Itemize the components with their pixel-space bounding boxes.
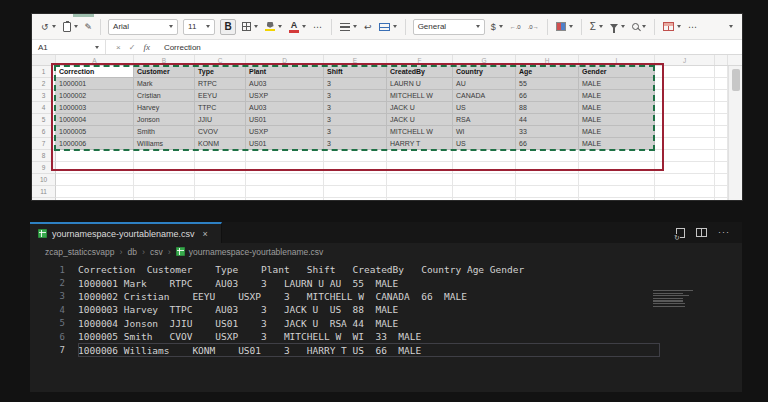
format-as-table-button[interactable]: [662, 18, 682, 36]
row-number[interactable]: 7: [32, 138, 56, 150]
row-number[interactable]: 9: [32, 162, 56, 174]
cell[interactable]: MALE: [579, 138, 655, 150]
font-name-combo[interactable]: Arial: [108, 19, 178, 35]
cell[interactable]: [516, 198, 579, 200]
column-header[interactable]: [715, 55, 728, 65]
cell[interactable]: [655, 78, 715, 90]
column-header[interactable]: H: [516, 55, 579, 65]
cell[interactable]: MITCHELL W: [387, 90, 453, 102]
cell[interactable]: [715, 198, 728, 200]
cell[interactable]: MALE: [579, 102, 655, 114]
cell[interactable]: [655, 102, 715, 114]
cell[interactable]: [715, 102, 728, 114]
cell[interactable]: CVOV: [195, 126, 246, 138]
cell[interactable]: MALE: [579, 78, 655, 90]
cell[interactable]: [246, 186, 324, 198]
cell[interactable]: US01: [246, 138, 324, 150]
cell[interactable]: 3: [324, 126, 387, 138]
breadcrumb-file[interactable]: yournamespace-yourtablename.csv: [176, 247, 324, 257]
cell[interactable]: US: [453, 138, 516, 150]
row-number[interactable]: 10: [32, 174, 56, 186]
cell[interactable]: 55: [516, 78, 579, 90]
cell[interactable]: [56, 198, 134, 200]
cell[interactable]: Customer: [134, 66, 195, 78]
cell[interactable]: [56, 150, 134, 162]
cell[interactable]: MALE: [579, 126, 655, 138]
cell[interactable]: [387, 174, 453, 186]
cell[interactable]: [579, 162, 655, 174]
cell[interactable]: Smith: [134, 126, 195, 138]
cell[interactable]: 1000002: [56, 90, 134, 102]
cell[interactable]: Age: [516, 66, 579, 78]
cell[interactable]: [134, 174, 195, 186]
scrollbar-thumb[interactable]: [732, 69, 740, 91]
cell[interactable]: JACK U: [387, 114, 453, 126]
cell[interactable]: 1000005: [56, 126, 134, 138]
cell[interactable]: AU03: [246, 78, 324, 90]
cell[interactable]: [655, 126, 715, 138]
cell[interactable]: US01: [246, 114, 324, 126]
fx-icon[interactable]: fx: [143, 42, 150, 52]
column-header[interactable]: F: [387, 55, 453, 65]
code-editor[interactable]: 1Correction Customer Type Plant Shift Cr…: [30, 260, 742, 357]
code-line[interactable]: 31000002 Cristian EEYU USXP 3 MITCHELL W…: [30, 290, 742, 303]
cell[interactable]: [246, 174, 324, 186]
cell[interactable]: [715, 66, 728, 78]
cell[interactable]: [195, 150, 246, 162]
code-line[interactable]: 21000001 Mark RTPC AU03 3 LAURN U AU 55 …: [30, 276, 742, 289]
cell[interactable]: RSA: [453, 114, 516, 126]
column-header[interactable]: G: [453, 55, 516, 65]
cell[interactable]: Cristian: [134, 90, 195, 102]
open-changes-icon[interactable]: [676, 228, 685, 238]
borders-button[interactable]: [241, 18, 259, 36]
cell[interactable]: [453, 186, 516, 198]
cell[interactable]: [56, 186, 134, 198]
cell[interactable]: [516, 174, 579, 186]
cell[interactable]: [715, 78, 728, 90]
font-size-combo[interactable]: 11: [183, 19, 215, 35]
cell[interactable]: 3: [324, 90, 387, 102]
vertical-scrollbar[interactable]: [728, 66, 742, 200]
cell[interactable]: CreatedBy: [387, 66, 453, 78]
cell[interactable]: [655, 198, 715, 200]
cell[interactable]: KONM: [195, 138, 246, 150]
cell[interactable]: [655, 162, 715, 174]
breadcrumb-item[interactable]: csv: [150, 247, 163, 257]
decrease-decimal-button[interactable]: .0→: [527, 18, 540, 36]
cell[interactable]: [324, 198, 387, 200]
cell[interactable]: [246, 198, 324, 200]
cell[interactable]: [453, 162, 516, 174]
column-header[interactable]: J: [655, 55, 715, 65]
cell[interactable]: Gender: [579, 66, 655, 78]
minimap[interactable]: [653, 290, 699, 307]
cell[interactable]: WI: [453, 126, 516, 138]
row-number[interactable]: 5: [32, 114, 56, 126]
cell[interactable]: 1000004: [56, 114, 134, 126]
close-icon[interactable]: ×: [203, 229, 208, 239]
cell[interactable]: [655, 186, 715, 198]
code-line[interactable]: 61000005 Smith CVOV USXP 3 MITCHELL W WI…: [30, 330, 742, 343]
cell[interactable]: Plant: [246, 66, 324, 78]
conditional-formatting-button[interactable]: [555, 18, 574, 36]
cell[interactable]: [715, 150, 728, 162]
cell[interactable]: [387, 186, 453, 198]
cell[interactable]: Type: [195, 66, 246, 78]
code-line[interactable]: 41000003 Harvey TTPC AU03 3 JACK U US 88…: [30, 303, 742, 316]
cell[interactable]: CANADA: [453, 90, 516, 102]
cell[interactable]: AU: [453, 78, 516, 90]
more-font-options-button[interactable]: ⋯: [312, 18, 324, 36]
formula-input[interactable]: Correction: [160, 43, 201, 52]
cell[interactable]: [324, 150, 387, 162]
column-header[interactable]: C: [195, 55, 246, 65]
cell[interactable]: MALE: [579, 114, 655, 126]
cell[interactable]: Shift: [324, 66, 387, 78]
cell[interactable]: MALE: [579, 90, 655, 102]
cell[interactable]: Correction: [56, 66, 134, 78]
code-line[interactable]: 71000006 Williams KONM US01 3 HARRY T US…: [30, 343, 742, 356]
code-line[interactable]: 1Correction Customer Type Plant Shift Cr…: [30, 263, 742, 276]
cell[interactable]: [195, 186, 246, 198]
cell[interactable]: [579, 150, 655, 162]
cell[interactable]: [579, 174, 655, 186]
cell[interactable]: [134, 198, 195, 200]
cancel-icon[interactable]: ×: [116, 43, 121, 52]
